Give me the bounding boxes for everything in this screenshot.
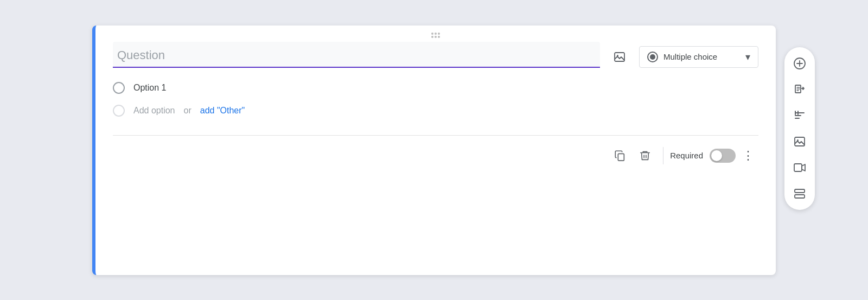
- plus-circle-icon: [793, 57, 806, 70]
- or-text: or: [184, 106, 192, 116]
- image-sidebar-icon: [793, 135, 806, 148]
- svg-point-3: [431, 36, 433, 38]
- section-icon: [793, 187, 806, 200]
- delete-button[interactable]: [634, 144, 656, 167]
- duplicate-button[interactable]: [609, 144, 631, 167]
- svg-point-4: [435, 36, 437, 38]
- add-option-text[interactable]: Add option: [133, 106, 175, 116]
- add-question-button[interactable]: [788, 52, 812, 75]
- add-other-link[interactable]: add "Other": [200, 106, 245, 116]
- image-icon: [613, 50, 626, 63]
- more-options-button[interactable]: ⋮: [738, 146, 758, 165]
- svg-point-0: [431, 33, 433, 35]
- svg-rect-11: [795, 137, 805, 146]
- svg-rect-14: [795, 189, 805, 193]
- add-title-button[interactable]: [788, 104, 812, 127]
- question-input-wrapper: [113, 42, 600, 68]
- page-wrapper: Multiple choice ▾ Option 1 Add option or…: [0, 0, 868, 300]
- required-toggle[interactable]: [710, 149, 736, 163]
- question-input[interactable]: [113, 42, 600, 68]
- toggle-slider: [710, 149, 736, 163]
- card-header: Multiple choice ▾: [95, 42, 776, 68]
- add-section-button[interactable]: [788, 182, 812, 206]
- add-video-button[interactable]: [788, 156, 812, 180]
- add-image-to-question-button[interactable]: [609, 46, 630, 68]
- add-image-button[interactable]: [788, 130, 812, 154]
- chevron-down-icon: ▾: [745, 51, 750, 63]
- drag-handle[interactable]: [95, 25, 776, 42]
- radio-circle-add: [113, 105, 125, 117]
- option-row-1: Option 1: [113, 76, 758, 99]
- svg-rect-8: [618, 154, 624, 161]
- svg-rect-15: [795, 195, 805, 198]
- video-icon: [793, 161, 806, 174]
- question-type-label: Multiple choice: [663, 52, 740, 61]
- title-icon: [793, 109, 806, 122]
- multiple-choice-icon: [647, 52, 658, 62]
- options-area: Option 1 Add option or add "Other": [95, 72, 776, 131]
- add-option-row: Add option or add "Other": [113, 99, 758, 122]
- question-type-dropdown[interactable]: Multiple choice ▾: [639, 46, 758, 68]
- duplicate-icon: [614, 150, 626, 162]
- delete-icon: [639, 150, 651, 162]
- radio-circle-option1: [113, 82, 125, 94]
- sidebar: [784, 47, 815, 210]
- svg-point-1: [435, 33, 437, 35]
- svg-point-5: [438, 36, 440, 38]
- svg-rect-6: [615, 53, 624, 61]
- import-icon: [793, 83, 806, 96]
- question-card: Multiple choice ▾ Option 1 Add option or…: [92, 25, 776, 275]
- import-question-button[interactable]: [788, 78, 812, 101]
- card-footer: Required ⋮: [95, 140, 776, 178]
- card-divider: [113, 135, 758, 136]
- option-1-label: Option 1: [133, 83, 166, 93]
- footer-divider: [663, 147, 663, 164]
- svg-rect-13: [794, 164, 802, 171]
- required-label: Required: [670, 151, 703, 160]
- svg-point-2: [438, 33, 440, 35]
